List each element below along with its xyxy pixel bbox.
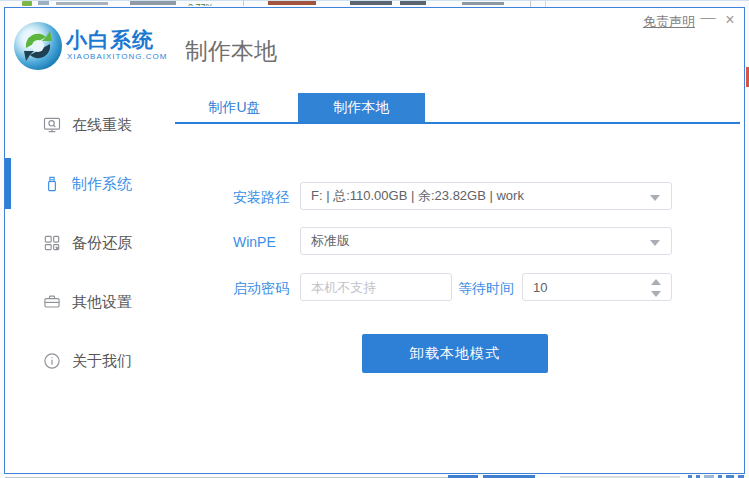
background-fragment [243,0,244,6]
background-fragment [130,1,176,5]
install-path-value: F: | 总:110.00GB | 余:23.82GB | work [311,188,524,203]
monitor-reinstall-icon [42,115,62,135]
sidebar-item-backup-restore[interactable]: 备份还原 [5,225,175,261]
tab-underline [175,122,740,124]
close-button[interactable]: × [721,11,739,29]
brand-name: 小白系统 [66,26,154,54]
sidebar-item-label: 备份还原 [72,234,132,253]
winpe-select[interactable]: 标准版 [300,227,672,255]
wait-time-field-wrap [522,273,672,301]
disclaimer-link[interactable]: 免责声明 [643,13,695,31]
sidebar-item-label: 在线重装 [72,116,132,135]
sidebar-item-label: 其他设置 [72,293,132,312]
winpe-value: 标准版 [311,233,350,248]
brand-domain: XIAOBAIXITONG.COM [67,52,167,61]
wait-time-stepper[interactable] [650,278,662,298]
sidebar-item-label: 制作系统 [72,175,132,194]
page-title: 制作本地 [185,36,277,67]
backup-restore-icon [42,233,62,253]
boot-password-label: 启动密码 [233,280,289,298]
background-fragment [56,2,108,5]
sidebar-item-about-us[interactable]: 关于我们 [5,343,175,379]
boot-password-input[interactable] [311,274,441,300]
app-logo [14,22,62,70]
background-fragment [268,1,316,5]
background-fragment [545,0,546,7]
background-fragment [22,1,32,6]
info-icon [42,351,62,371]
swirl-arrows-icon [20,28,56,64]
usb-drive-icon [42,174,62,194]
spinner-down-icon [651,291,661,297]
winpe-label: WinPE [233,234,276,250]
tab-make-local[interactable]: 制作本地 [298,93,425,122]
chevron-down-icon [650,240,660,246]
background-fragment-cpu-percent: 0.77% [188,0,222,6]
background-fragment [462,2,504,5]
minimize-button[interactable]: — [699,8,717,25]
background-fragment [530,0,531,7]
app-window: 小白系统 XIAOBAIXITONG.COM 制作本地 免责声明 — × 在线重… [4,7,745,474]
sidebar-item-make-system[interactable]: 制作系统 [5,166,175,202]
background-fragment [400,1,426,5]
sidebar-item-other-settings[interactable]: 其他设置 [5,284,175,320]
background-fragment [350,1,392,5]
install-path-label: 安装路径 [233,189,289,207]
sidebar-item-online-reinstall[interactable]: 在线重装 [5,107,175,143]
boot-password-field-wrap [300,273,452,301]
spinner-up-icon [651,279,661,285]
uninstall-local-mode-button[interactable]: 卸载本地模式 [362,334,548,373]
wait-time-input[interactable] [533,274,645,300]
toolbox-icon [42,292,62,312]
tab-make-usb[interactable]: 制作U盘 [171,93,298,122]
background-fragment [38,1,49,5]
install-path-select[interactable]: F: | 总:110.00GB | 余:23.82GB | work [300,182,672,210]
sidebar-item-label: 关于我们 [72,352,132,371]
wait-time-label: 等待时间 [458,280,514,298]
chevron-down-icon [650,195,660,201]
